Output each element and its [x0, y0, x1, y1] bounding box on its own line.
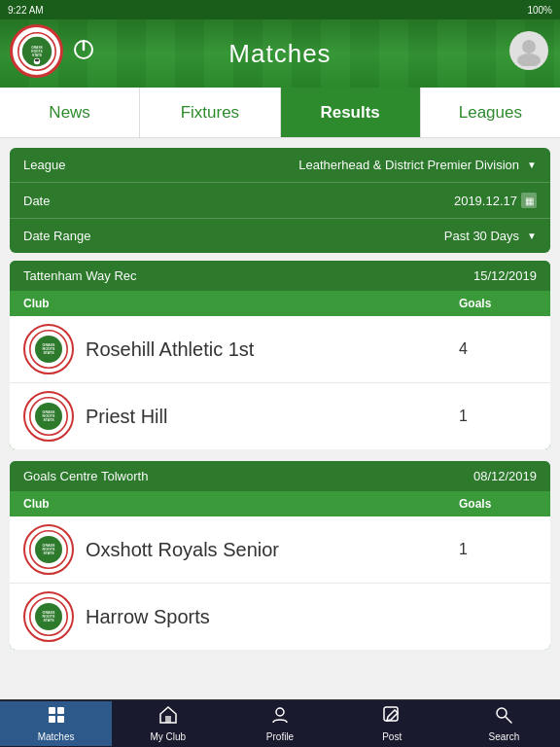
match-card-2: Goals Centre Tolworth 08/12/2019 Club Go… — [10, 461, 550, 650]
match-1-date: 15/12/2019 — [473, 268, 537, 283]
page-title: Matches — [228, 39, 331, 69]
svg-text:GRASS: GRASS — [31, 45, 42, 49]
status-time: 9:22 AM — [8, 5, 44, 16]
nav-post[interactable]: Post — [336, 701, 448, 746]
team-1-logo: GRASS ROOTS STATS — [23, 324, 74, 374]
header-logo: GRASS ROOTS STATS — [10, 24, 63, 78]
logo-circle: GRASS ROOTS STATS — [10, 24, 63, 78]
nav-matches[interactable]: Matches — [0, 701, 112, 746]
matches-nav-icon — [47, 705, 66, 729]
main-content: League Leatherhead & District Premier Di… — [0, 138, 560, 699]
date-filter-value: 2019.12.17 ▦ — [454, 193, 537, 208]
team-3-logo: GRASS ROOTS STATS — [23, 524, 74, 575]
col-club-2: Club — [23, 497, 459, 511]
match-1-team-1-row[interactable]: GRASS ROOTS STATS Rosehill Athletic 1st … — [10, 316, 550, 383]
svg-rect-34 — [165, 716, 171, 723]
tab-news[interactable]: News — [0, 88, 140, 137]
logo-svg: GRASS ROOTS STATS — [18, 32, 56, 71]
match-2-date: 08/12/2019 — [473, 469, 537, 483]
team-4-logo: GRASS ROOTS STATS — [23, 591, 74, 642]
header: GRASS ROOTS STATS Matches — [0, 19, 560, 88]
svg-text:ROOTS: ROOTS — [31, 49, 42, 53]
user-avatar[interactable] — [509, 31, 548, 70]
match-1-team-2-row[interactable]: GRASS ROOTS STATS Priest Hill 1 — [10, 383, 550, 449]
svg-text:STATS: STATS — [43, 551, 54, 555]
league-filter-value: Leatherhead & District Premier Division … — [298, 158, 537, 172]
tab-fixtures[interactable]: Fixtures — [140, 88, 280, 137]
my-club-nav-icon — [158, 705, 178, 729]
tab-leagues[interactable]: Leagues — [421, 88, 560, 137]
league-filter-label: League — [23, 158, 101, 172]
main-tabs: News Fixtures Results Leagues — [0, 88, 560, 138]
col-club-1: Club — [23, 297, 459, 310]
profile-nav-icon — [270, 705, 290, 729]
date-filter-row[interactable]: Date 2019.12.17 ▦ — [10, 183, 550, 219]
league-filter-row[interactable]: League Leatherhead & District Premier Di… — [10, 148, 550, 183]
date-range-filter-row[interactable]: Date Range Past 30 Days ▼ — [10, 219, 550, 253]
svg-rect-30 — [49, 707, 55, 714]
nav-my-club[interactable]: My Club — [112, 701, 224, 746]
date-filter-label: Date — [23, 194, 101, 208]
svg-text:STATS: STATS — [43, 418, 54, 422]
bottom-nav: Matches My Club Profile Post — [0, 699, 560, 747]
nav-profile-label: Profile — [266, 731, 294, 742]
match-1-team-1-name: Rosehill Athletic 1st — [86, 338, 459, 361]
league-chevron-icon: ▼ — [527, 160, 537, 170]
nav-profile[interactable]: Profile — [224, 701, 335, 746]
svg-rect-32 — [49, 716, 55, 723]
svg-text:STATS: STATS — [43, 351, 54, 355]
status-bar: 9:22 AM 100% — [0, 0, 560, 19]
svg-rect-31 — [57, 707, 64, 714]
svg-text:GRASS: GRASS — [43, 544, 55, 548]
search-nav-icon — [494, 705, 513, 729]
match-1-team-2-goals: 1 — [459, 408, 537, 425]
match-1-team-1-goals: 4 — [459, 340, 537, 358]
match-card-1: Tattenham Way Rec 15/12/2019 Club Goals … — [10, 261, 550, 449]
svg-point-35 — [276, 708, 284, 716]
svg-text:ROOTS: ROOTS — [43, 548, 55, 551]
nav-search-label: Search — [489, 731, 520, 742]
nav-my-club-label: My Club — [150, 731, 186, 742]
post-nav-icon — [382, 705, 402, 729]
svg-line-38 — [506, 717, 511, 723]
match-2-team-1-goals: 1 — [459, 541, 537, 558]
date-range-filter-label: Date Range — [23, 229, 101, 243]
svg-text:GRASS: GRASS — [43, 343, 55, 347]
match-1-venue: Tattenham Way Rec — [23, 268, 137, 283]
team-2-logo: GRASS ROOTS STATS — [23, 391, 74, 442]
calendar-icon: ▦ — [521, 193, 537, 208]
match-card-2-header: Goals Centre Tolworth 08/12/2019 — [10, 461, 550, 491]
nav-post-label: Post — [382, 731, 402, 742]
svg-rect-33 — [57, 716, 64, 723]
tab-results[interactable]: Results — [281, 88, 421, 137]
svg-point-9 — [517, 53, 541, 66]
date-range-chevron-icon: ▼ — [527, 231, 537, 241]
col-goals-1: Goals — [459, 297, 537, 310]
svg-text:ROOTS: ROOTS — [43, 414, 55, 418]
match-2-team-2-name: Harrow Sports — [86, 606, 459, 628]
date-range-filter-value: Past 30 Days ▼ — [444, 229, 537, 243]
svg-text:STATS: STATS — [43, 619, 54, 622]
filter-section: League Leatherhead & District Premier Di… — [10, 148, 550, 253]
match-1-team-2-name: Priest Hill — [86, 406, 459, 428]
nav-search[interactable]: Search — [448, 701, 560, 746]
match-card-1-header: Tattenham Way Rec 15/12/2019 — [10, 261, 550, 291]
match-2-venue: Goals Centre Tolworth — [23, 469, 148, 483]
svg-text:STATS: STATS — [32, 53, 42, 56]
power-icon[interactable] — [73, 39, 94, 65]
svg-text:GRASS: GRASS — [43, 611, 55, 615]
match-2-team-1-name: Oxshott Royals Senior — [86, 539, 459, 561]
svg-text:ROOTS: ROOTS — [43, 347, 55, 351]
col-goals-2: Goals — [459, 497, 537, 511]
svg-text:ROOTS: ROOTS — [43, 615, 55, 619]
status-battery: 100% — [527, 5, 552, 16]
match-2-team-1-row[interactable]: GRASS ROOTS STATS Oxshott Royals Senior … — [10, 516, 550, 584]
nav-matches-label: Matches — [38, 731, 75, 742]
svg-text:GRASS: GRASS — [43, 410, 55, 414]
match-2-table-header: Club Goals — [10, 491, 550, 516]
svg-point-8 — [522, 40, 536, 53]
match-1-table-header: Club Goals — [10, 291, 550, 316]
match-2-team-2-row[interactable]: GRASS ROOTS STATS Harrow Sports — [10, 584, 550, 650]
